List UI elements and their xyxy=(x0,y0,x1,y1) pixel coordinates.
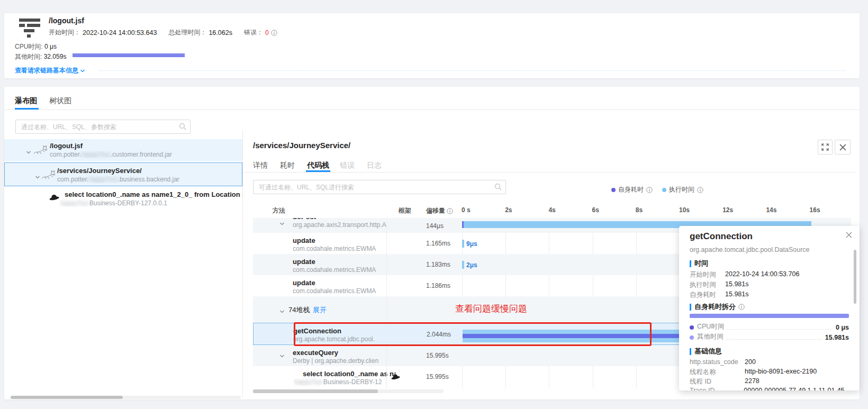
kv-value: 15.981s xyxy=(725,290,748,299)
method-name: update xyxy=(293,258,396,266)
split-row: 其他时间15.981s xyxy=(690,332,849,341)
other-time-label: 其他时间: xyxy=(15,53,42,60)
detail-tab-2[interactable]: 耗时 xyxy=(280,161,295,170)
kv-label: Trace ID xyxy=(690,387,744,390)
info-icon[interactable] xyxy=(697,187,703,193)
stack-hscrollbar-track[interactable] xyxy=(253,389,444,393)
error-count: 0 xyxy=(265,29,269,37)
section-time-heading: 时间 xyxy=(690,259,708,268)
kv-value: 200 xyxy=(745,358,756,366)
other-time-row: 其他时间: 32.059s xyxy=(15,52,66,61)
popup-close-icon[interactable] xyxy=(845,231,855,241)
offset-value: 1.186ms xyxy=(426,282,450,289)
detail-title: /services/JourneyService/ xyxy=(253,141,350,150)
start-time-label: 开始时间： xyxy=(49,28,80,37)
popup-vscrollbar-thumb[interactable] xyxy=(854,250,856,304)
total-time-value: 16.062s xyxy=(209,29,232,37)
method-name: update xyxy=(293,237,396,244)
kv-value: http-bio-8091-exec-2190 xyxy=(745,368,817,377)
page: { "header": { "title": "/logout.jsf", "s… xyxy=(0,0,868,409)
stack-search xyxy=(253,180,506,194)
left-search-input[interactable] xyxy=(15,120,191,134)
stack-search-input[interactable] xyxy=(253,180,506,194)
chevron-down-icon[interactable] xyxy=(279,351,285,361)
split-dot xyxy=(690,325,694,330)
popup-subtitle: org.apache.tomcat.jdbc.pool.DataSource xyxy=(690,246,810,253)
detail-kv-row: 执行时间15.981s xyxy=(690,280,748,289)
other-time-value: 32.059s xyxy=(44,53,67,60)
total-time-label: 总处理时间： xyxy=(168,28,206,37)
span-detail-popup: getConnection org.apache.tomcat.jdbc.poo… xyxy=(679,226,860,390)
method-package: org.apache.tomcat.jdbc.pool. xyxy=(293,335,387,343)
detail-kv-row: 自身耗时15.981s xyxy=(690,290,748,299)
kv-label: 线程 ID xyxy=(690,377,745,386)
execution-bar xyxy=(462,261,464,269)
trace-header-card: /logout.jsf 开始时间：2022-10-24 14:00:53.643… xyxy=(4,13,860,78)
bar-duration-label: 9μs xyxy=(466,240,477,248)
left-hscrollbar-thumb[interactable] xyxy=(11,396,123,399)
tree-item-subtitle: com.potter.happyTour.business.backend.ja… xyxy=(57,176,243,183)
legend-dot xyxy=(611,188,616,192)
chevron-down-icon[interactable] xyxy=(279,219,285,229)
legend-label: 自身耗时 xyxy=(618,185,644,194)
stack-hscrollbar-thumb[interactable] xyxy=(253,389,378,393)
method-name: update xyxy=(293,279,396,287)
tree-item-title: /services/JourneyService/ xyxy=(57,167,243,175)
tab-tree[interactable]: 树状图 xyxy=(49,96,71,106)
axis-tick-label: 10s xyxy=(679,206,690,214)
expand-basic-info-link[interactable]: 查看请求链路基本信息 xyxy=(15,66,85,75)
cpu-time-value: 0 μs xyxy=(44,43,57,50)
bar-duration-label: 2μs xyxy=(466,261,477,269)
cpu-time-row: CPU时间: 0 μs xyxy=(15,42,57,51)
detail-kv-row: 线程 ID2278 xyxy=(690,377,760,386)
search-icon[interactable] xyxy=(494,183,502,193)
split-label: 其他时间 xyxy=(697,332,724,341)
info-icon[interactable] xyxy=(738,304,745,310)
kv-label: 执行时间 xyxy=(690,280,725,289)
section-time-label: 时间 xyxy=(694,259,708,268)
trace-meta: 开始时间：2022-10-24 14:00:53.643 总处理时间：16.06… xyxy=(49,28,277,37)
tree-item[interactable]: select location0_.name as name1_2_0_ fro… xyxy=(4,189,242,208)
offset-value: 1.183ms xyxy=(426,261,450,268)
col-framework: 框架 xyxy=(399,206,411,215)
group-label: 74堆栈 xyxy=(288,305,310,315)
legend-item: 执行时间 xyxy=(662,185,703,194)
info-icon[interactable] xyxy=(646,187,653,193)
chevron-down-icon[interactable] xyxy=(26,148,31,157)
split-value: 15.981s xyxy=(825,334,849,341)
kv-label: 线程名称 xyxy=(690,368,745,377)
popup-title: getConnection xyxy=(690,231,753,242)
detail-kv-row: http.status_code200 xyxy=(690,358,756,366)
kv-value: 15.981s xyxy=(725,280,748,289)
tree-item[interactable]: /logout.jsfcom.potter.happyTour.customer… xyxy=(4,139,242,161)
tree-item[interactable]: /services/JourneyService/com.potter.happ… xyxy=(4,162,242,186)
info-icon[interactable] xyxy=(447,208,453,214)
waterfall-trace-icon xyxy=(19,17,40,38)
col-offset: 偏移量 xyxy=(426,206,453,215)
axis-tick-label: 6s xyxy=(592,206,599,214)
fullscreen-button[interactable] xyxy=(818,140,833,154)
tomcat-icon xyxy=(41,169,56,183)
search-icon[interactable] xyxy=(179,123,186,132)
offset-value: 1.165ms xyxy=(426,240,450,247)
sticky-column-edge xyxy=(386,218,387,388)
other-time-bar xyxy=(73,53,185,57)
legend-dot xyxy=(662,188,666,192)
group-expand-link[interactable]: 展开 xyxy=(313,305,327,315)
error-info-icon[interactable] xyxy=(271,30,277,36)
split-value: 0 μs xyxy=(836,324,849,331)
panel-close-button[interactable] xyxy=(835,140,851,154)
col-method: 方法 xyxy=(273,206,285,215)
dotted-leader xyxy=(727,329,833,330)
waterfall-main-card: 瀑布图 树状图 /logout.jsfcom.potter.happyTour.… xyxy=(4,87,860,399)
chevron-down-icon[interactable] xyxy=(35,172,40,182)
detail-tabbar-divider xyxy=(242,172,855,172)
detail-tab-3[interactable]: 代码栈 xyxy=(307,161,329,170)
derby-icon xyxy=(391,372,400,382)
axis-tick-label: 8s xyxy=(636,206,643,214)
detail-tab-1[interactable]: 详情 xyxy=(253,161,268,170)
offset-value: 15.995s xyxy=(426,373,449,380)
left-hscrollbar-track[interactable] xyxy=(11,396,241,399)
chevron-down-icon[interactable] xyxy=(279,307,285,316)
tab-waterfall[interactable]: 瀑布图 xyxy=(15,96,37,106)
